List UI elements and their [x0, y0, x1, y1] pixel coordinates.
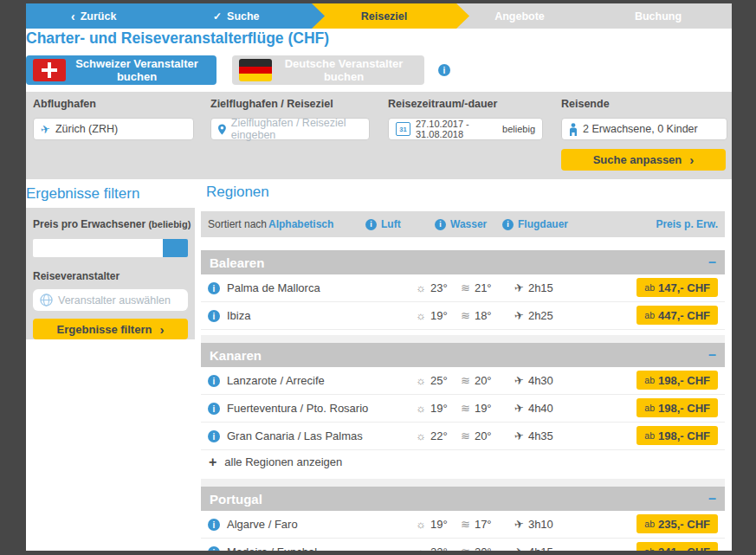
air-temp-cell: ☼ 19° — [416, 395, 448, 422]
air-temp-value: 25° — [430, 374, 448, 387]
region-name: Balearen — [210, 255, 264, 270]
destination-name: Algarve / Faro — [227, 511, 298, 538]
destination-field-group: Zielflughafen / Reiseziel Zielflughafen … — [210, 98, 370, 140]
check-icon: ✓ — [213, 10, 222, 23]
flight-duration-value: 2h15 — [528, 281, 553, 294]
price-filter-input[interactable] — [33, 239, 163, 257]
sort-option-luft-label: Luft — [381, 218, 401, 230]
destination-input[interactable]: Zielflughafen / Reiseziel eingeben — [210, 118, 370, 140]
calendar-icon: 31 — [396, 122, 410, 136]
destination-row[interactable]: i Ibiza ☼ 19° ≋ 18° ✈ 2h25 ab 447,- CHF — [201, 302, 725, 330]
sort-option-wasser[interactable]: i Wasser — [435, 211, 487, 237]
info-icon[interactable]: i — [208, 375, 220, 387]
page-title: Charter- und Reiseveranstalterflüge (CHF… — [26, 29, 329, 48]
german-operators-button[interactable]: Deutsche Veranstalter buchen — [232, 55, 424, 85]
filter-results-button[interactable]: Ergebnisse filtern › — [33, 319, 188, 339]
step-buchung[interactable]: Buchung — [606, 3, 710, 29]
region-section: Kanaren – i Lanzarote / Arrecife ☼ 25° ≋… — [201, 335, 725, 479]
destination-name: Ibiza — [227, 302, 250, 329]
filter-results-label: Ergebnisse filtern — [57, 323, 152, 336]
info-icon[interactable]: i — [208, 403, 220, 415]
collapse-minus-icon[interactable]: – — [708, 255, 716, 269]
air-temp-value: 22° — [430, 429, 448, 442]
water-temp-value: 20° — [475, 429, 492, 442]
info-icon[interactable]: i — [435, 219, 446, 230]
waves-icon: ≋ — [461, 402, 470, 415]
air-temp-value: 23° — [430, 281, 448, 294]
air-temp-value: 22° — [430, 545, 448, 551]
info-icon[interactable]: i — [365, 219, 377, 230]
destination-row[interactable]: i Gran Canaria / Las Palmas ☼ 22° ≋ 20° … — [201, 423, 725, 450]
progress-stepper: ‹ Zurück ✓ Suche Reiseziel Angebote Buch… — [26, 3, 732, 29]
price-badge[interactable]: ab 198,- CHF — [636, 371, 718, 390]
destination-row[interactable]: i Madeira / Funchal ☼ 22° ≋ 20° ✈ 4h15 a… — [201, 539, 725, 551]
departure-value: Zürich (ZRH) — [55, 123, 118, 135]
collapse-minus-icon[interactable]: – — [708, 492, 716, 506]
swiss-operators-button[interactable]: Schweizer Veranstalter buchen — [26, 55, 216, 85]
air-temp-cell: ☼ 23° — [416, 274, 448, 301]
price-badge[interactable]: ab 147,- CHF — [636, 278, 718, 297]
price-value: 235,- CHF — [658, 518, 710, 531]
period-field-group: Reisezeitraum/-dauer 31 27.10.2017 - 31.… — [388, 98, 543, 140]
info-icon[interactable]: i — [208, 310, 220, 322]
price-badge[interactable]: ab 198,- CHF — [636, 426, 718, 445]
step-angebote[interactable]: Angebote — [468, 3, 572, 29]
region-name: Kanaren — [210, 348, 262, 363]
sort-option-alphabetisch[interactable]: Alphabetisch — [268, 211, 333, 237]
region-header[interactable]: Kanaren – — [201, 343, 725, 367]
filter-panel: Preis pro Erwachsener (beliebig) Reiseve… — [26, 208, 195, 339]
back-button[interactable]: ‹ Zurück — [71, 3, 116, 29]
plane-icon: ✈ — [514, 517, 526, 532]
step-reiseziel[interactable]: Reiseziel — [312, 3, 456, 29]
sun-icon: ☼ — [416, 429, 426, 442]
price-value: 198,- CHF — [658, 429, 710, 442]
browser-frame: ‹ Zurück ✓ Suche Reiseziel Angebote Buch… — [0, 0, 756, 555]
info-icon[interactable]: i — [208, 546, 220, 551]
flight-duration-cell: ✈ 3h10 — [514, 511, 553, 538]
info-icon[interactable]: i — [208, 519, 220, 531]
sort-option-luft[interactable]: i Luft — [365, 211, 401, 237]
destination-row[interactable]: i Fuerteventura / Pto. Rosario ☼ 19° ≋ 1… — [201, 395, 725, 423]
sort-option-flugdauer[interactable]: i Flugdauer — [502, 211, 568, 237]
flight-duration-cell: ✈ 2h15 — [514, 274, 553, 301]
destination-row[interactable]: i Palma de Mallorca ☼ 23° ≋ 21° ✈ 2h15 a… — [201, 274, 725, 302]
sun-icon: ☼ — [416, 309, 426, 322]
region-rows: i Palma de Mallorca ☼ 23° ≋ 21° ✈ 2h15 a… — [201, 274, 725, 330]
period-input[interactable]: 31 27.10.2017 - 31.08.2018 beliebig — [388, 118, 543, 140]
operator-select[interactable]: Veranstalter auswählen — [33, 289, 188, 311]
region-header[interactable]: Balearen – — [201, 250, 725, 274]
air-temp-value: 19° — [430, 309, 448, 322]
collapse-minus-icon[interactable]: – — [708, 348, 716, 362]
info-icon[interactable]: i — [208, 430, 220, 442]
sort-bar: Sortiert nach Alphabetisch i Luft i Wass… — [201, 211, 725, 237]
show-all-regions-link[interactable]: + alle Regionen anzeigen — [201, 450, 725, 474]
flight-duration-value: 4h15 — [528, 545, 553, 551]
adjust-search-button[interactable]: Suche anpassen › — [561, 149, 726, 171]
sort-label: Sortiert nach — [208, 211, 267, 237]
destination-row[interactable]: i Lanzarote / Arrecife ☼ 25° ≋ 20° ✈ 4h3… — [201, 367, 725, 395]
travellers-input[interactable]: 2 Erwachsene, 0 Kinder — [561, 118, 727, 140]
price-badge[interactable]: ab 198,- CHF — [636, 398, 718, 417]
price-filter-button[interactable] — [163, 239, 188, 257]
swiss-operators-label: Schweizer Veranstalter buchen — [66, 57, 208, 83]
step-suche[interactable]: ✓ Suche — [213, 3, 260, 29]
water-temp-cell: ≋ 20° — [461, 423, 492, 449]
destination-row[interactable]: i Algarve / Faro ☼ 19° ≋ 17° ✈ 3h10 ab 2… — [201, 511, 725, 539]
sort-option-preis[interactable]: Preis p. Erw. — [656, 211, 718, 237]
adjust-search-label: Suche anpassen — [593, 153, 682, 166]
travellers-field-group: Reisende 2 Erwachsene, 0 Kinder — [561, 98, 727, 140]
water-temp-value: 19° — [475, 402, 492, 415]
regions-list: Balearen – i Palma de Mallorca ☼ 23° ≋ 2… — [201, 250, 725, 551]
info-icon[interactable]: i — [208, 282, 220, 294]
sun-icon: ☼ — [416, 281, 426, 294]
plane-icon: ✈ — [514, 429, 526, 443]
water-temp-cell: ≋ 21° — [461, 274, 492, 301]
info-icon[interactable]: i — [438, 64, 450, 76]
price-badge[interactable]: ab 341,- CHF — [636, 542, 718, 551]
price-badge[interactable]: ab 235,- CHF — [636, 514, 718, 533]
price-badge[interactable]: ab 447,- CHF — [636, 306, 718, 325]
departure-input[interactable]: ✈ Zürich (ZRH) — [33, 118, 194, 140]
info-icon[interactable]: i — [502, 219, 514, 230]
region-header[interactable]: Portugal – — [201, 487, 725, 511]
price-prefix: ab — [644, 546, 655, 551]
